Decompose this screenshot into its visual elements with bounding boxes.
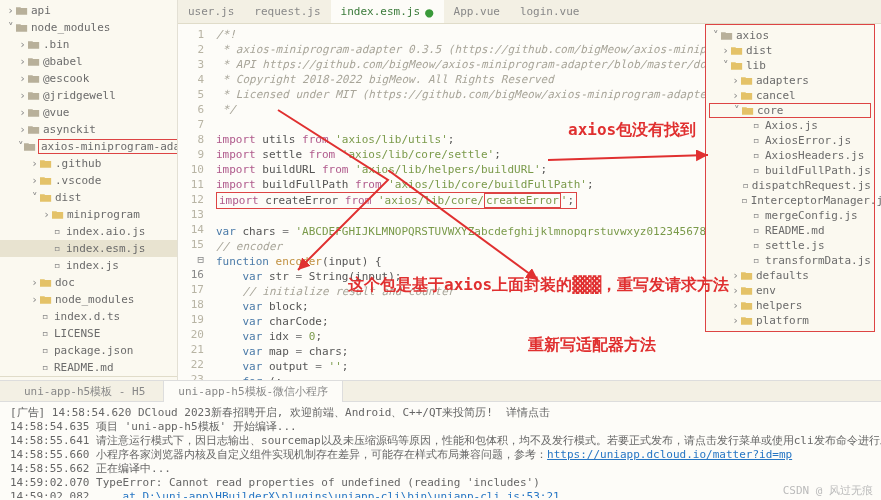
axios-tree-dispatchrequest-js[interactable]: ▫dispatchRequest.js — [709, 178, 871, 193]
axios-tree-env[interactable]: ›env — [709, 283, 871, 298]
editor-tabs: user.jsrequest.jsindex.esm.js ●App.vuelo… — [178, 0, 881, 24]
closed-projects-section[interactable]: › 已关闭项目 — [0, 376, 177, 380]
line-gutter: 123456789101112131415⊟ 16171819202122232… — [178, 24, 210, 380]
axios-tree-transformdata-js[interactable]: ▫transformData.js — [709, 253, 871, 268]
tab-request-js[interactable]: request.js — [244, 0, 330, 23]
tree-item--babel[interactable]: ›@babel — [0, 53, 177, 70]
axios-package-tree: ˅axios›dist˅lib›adapters›cancel˅core▫Axi… — [705, 24, 875, 332]
axios-tree-core[interactable]: ˅core — [709, 103, 871, 118]
tree-item-node-modules[interactable]: ›node_modules — [0, 291, 177, 308]
tree-item-miniprogram[interactable]: ›miniprogram — [0, 206, 177, 223]
console-output[interactable]: [广告] 14:58:54.620 DCloud 2023新春招聘开启, 欢迎前… — [0, 402, 881, 498]
btab[interactable]: uni-app-h5模板 - H5 — [10, 381, 159, 402]
axios-tree-dist[interactable]: ›dist — [709, 43, 871, 58]
tree-item-index-esm-js[interactable]: ▫index.esm.js — [0, 240, 177, 257]
axios-tree-readme-md[interactable]: ▫README.md — [709, 223, 871, 238]
tree-item-axios-miniprogram-adapter[interactable]: ˅axios-miniprogram-adapter — [0, 138, 177, 155]
axios-tree-buildfullpath-js[interactable]: ▫buildFullPath.js — [709, 163, 871, 178]
axios-tree-helpers[interactable]: ›helpers — [709, 298, 871, 313]
tab-App-vue[interactable]: App.vue — [444, 0, 510, 23]
axios-tree-settle-js[interactable]: ▫settle.js — [709, 238, 871, 253]
tree-item-index-d-ts[interactable]: ▫index.d.ts — [0, 308, 177, 325]
axios-tree-defaults[interactable]: ›defaults — [709, 268, 871, 283]
console-line: 14:58:54.635 项目 'uni-app-h5模板' 开始编译... — [10, 420, 871, 434]
axios-tree-lib[interactable]: ˅lib — [709, 58, 871, 73]
axios-tree-adapters[interactable]: ›adapters — [709, 73, 871, 88]
tree-item--github[interactable]: ›.github — [0, 155, 177, 172]
btab[interactable]: uni-app-h5模板-微信小程序 — [163, 380, 343, 402]
axios-tree-interceptormanager-js[interactable]: ▫InterceptorManager.js — [709, 193, 871, 208]
tree-item-license[interactable]: ▫LICENSE — [0, 325, 177, 342]
bottom-tabs: uni-app-h5模板 - H5uni-app-h5模板-微信小程序 — [0, 380, 881, 402]
console-line: 14:58:55.641 请注意运行模式下，因日志输出、sourcemap以及未… — [10, 434, 871, 448]
axios-tree-axiosheaders-js[interactable]: ▫AxiosHeaders.js — [709, 148, 871, 163]
tree-item--jridgewell[interactable]: ›@jridgewell — [0, 87, 177, 104]
editor-area: user.jsrequest.jsindex.esm.js ●App.vuelo… — [178, 0, 881, 380]
axios-tree-mergeconfig-js[interactable]: ▫mergeConfig.js — [709, 208, 871, 223]
tab-index-esm-js[interactable]: index.esm.js ● — [331, 0, 444, 23]
tree-item-index-js[interactable]: ▫index.js — [0, 257, 177, 274]
axios-tree-platform[interactable]: ›platform — [709, 313, 871, 328]
tree-item-doc[interactable]: ›doc — [0, 274, 177, 291]
axios-tree-cancel[interactable]: ›cancel — [709, 88, 871, 103]
tree-item-api[interactable]: ›api — [0, 2, 177, 19]
tree-item--vscode[interactable]: ›.vscode — [0, 172, 177, 189]
console-line: 14:58:55.660 小程序各家浏览器内核及自定义组件实现机制存在差异，可能… — [10, 448, 871, 462]
sidebar: ›api˅node_modules›.bin›@babel›@escook›@j… — [0, 0, 178, 380]
tab-user-js[interactable]: user.js — [178, 0, 244, 23]
tree-item-asynckit[interactable]: ›asynckit — [0, 121, 177, 138]
tree-item-readme-md[interactable]: ▫README.md — [0, 359, 177, 376]
console-line: 14:58:55.662 正在编译中... — [10, 462, 871, 476]
console-line: [广告] 14:58:54.620 DCloud 2023新春招聘开启, 欢迎前… — [10, 406, 871, 420]
axios-tree-axioserror-js[interactable]: ▫AxiosError.js — [709, 133, 871, 148]
tree-item-package-json[interactable]: ▫package.json — [0, 342, 177, 359]
tree-item-dist[interactable]: ˅dist — [0, 189, 177, 206]
axios-tree-axios[interactable]: ˅axios — [709, 28, 871, 43]
tree-item--escook[interactable]: ›@escook — [0, 70, 177, 87]
console-line: 14:59:02.070 TypeError: Cannot read prop… — [10, 476, 871, 490]
axios-tree-axios-js[interactable]: ▫Axios.js — [709, 118, 871, 133]
tab-login-vue[interactable]: login.vue — [510, 0, 590, 23]
console-line: 14:59:02.082 at D:\uni-app\HBuilderX\plu… — [10, 490, 871, 498]
watermark: CSDN @ 风过无痕 — [783, 483, 873, 498]
tree-item--vue[interactable]: ›@vue — [0, 104, 177, 121]
tree-item-node-modules[interactable]: ˅node_modules — [0, 19, 177, 36]
tree-item--bin[interactable]: ›.bin — [0, 36, 177, 53]
tree-item-index-aio-js[interactable]: ▫index.aio.js — [0, 223, 177, 240]
